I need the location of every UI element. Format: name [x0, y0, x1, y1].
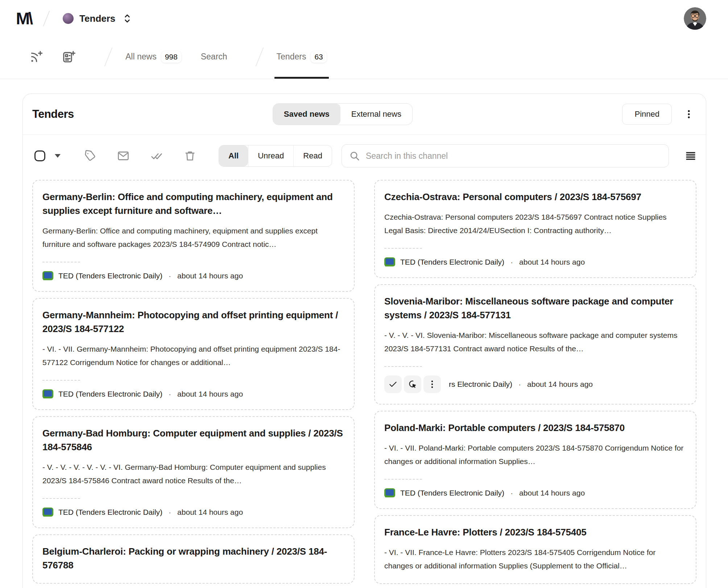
nav-tab-all-news[interactable]: All news998	[123, 35, 183, 79]
main-nav: All news998SearchTenders63	[0, 35, 728, 79]
search-input[interactable]	[366, 151, 661, 161]
card-divider	[384, 248, 422, 249]
view-toggle: Saved newsExternal news	[273, 103, 413, 125]
chevron-updown-icon	[123, 13, 132, 24]
nav-tab-count: 63	[311, 51, 326, 63]
trash-icon	[184, 150, 196, 162]
card-meta: TED (Tenders Electronic Daily)·about 14 …	[42, 389, 344, 398]
news-card[interactable]: Belgium-Charleroi: Packing or wrapping m…	[32, 534, 355, 584]
more-button[interactable]	[423, 376, 441, 393]
delete-button[interactable]	[184, 150, 196, 162]
meta-separator: ·	[169, 508, 171, 517]
timestamp: about 14 hours ago	[519, 489, 585, 497]
filter-all[interactable]: All	[219, 145, 248, 166]
select-dropdown-button[interactable]	[53, 152, 63, 160]
ted-source-icon	[42, 271, 53, 280]
app-logo[interactable]: M\	[16, 9, 32, 28]
timestamp: about 14 hours ago	[177, 508, 243, 517]
open-original-button[interactable]	[404, 376, 421, 393]
source-name[interactable]: TED (Tenders Electronic Daily)	[58, 390, 162, 398]
panel-title: Tenders	[32, 108, 74, 121]
view-toggle-saved-news[interactable]: Saved news	[273, 104, 340, 125]
nav-tab-label: All news	[125, 52, 157, 62]
double-check-icon	[150, 150, 163, 162]
meta-separator: ·	[518, 380, 521, 389]
card-snippet: Czechia-Ostrava: Personal computers 2023…	[384, 210, 686, 237]
news-card[interactable]: Slovenia-Maribor: Miscellaneous software…	[374, 284, 696, 405]
email-button[interactable]	[117, 150, 129, 162]
nav-tab-tenders[interactable]: Tenders63	[274, 35, 329, 79]
news-card[interactable]: Germany-Berlin: Office and computing mac…	[32, 180, 355, 292]
news-card[interactable]: Germany-Bad Homburg: Computer equipment …	[32, 416, 355, 528]
card-meta: TED (Tenders Electronic Daily)·about 14 …	[384, 257, 686, 266]
select-all-checkbox[interactable]	[34, 150, 45, 161]
view-toggle-external-news[interactable]: External news	[340, 104, 412, 125]
ted-source-icon	[42, 389, 53, 398]
kebab-icon	[684, 109, 694, 120]
ted-source-icon	[42, 508, 53, 517]
news-card[interactable]: Germany-Mannheim: Photocopying and offse…	[32, 298, 355, 410]
news-card[interactable]: France-Le Havre: Plotters / 2023/S 184-5…	[374, 515, 696, 584]
filter-unread[interactable]: Unread	[248, 145, 293, 166]
card-meta: TED (Tenders Electronic Daily)·about 14 …	[42, 271, 344, 280]
meta-separator: ·	[510, 258, 513, 266]
card-divider	[42, 380, 80, 381]
card-title[interactable]: Germany-Berlin: Office and computing mac…	[42, 190, 344, 218]
meta-separator: ·	[169, 272, 171, 280]
channel-search[interactable]	[342, 144, 669, 167]
check-icon	[388, 380, 398, 389]
kebab-icon	[428, 380, 437, 389]
list-view-button[interactable]	[685, 150, 696, 162]
nav-tabs: All news998SearchTenders63	[123, 35, 344, 79]
channel-panel: Tenders Saved newsExternal news Pinned	[22, 94, 706, 588]
list-view-icon	[685, 150, 696, 162]
search-icon	[349, 150, 360, 161]
add-feed-button[interactable]	[28, 49, 44, 65]
card-title[interactable]: Germany-Mannheim: Photocopying and offse…	[42, 308, 344, 336]
add-news-channel-button[interactable]	[61, 49, 77, 65]
mark-all-read-button[interactable]	[150, 150, 163, 162]
source-name[interactable]: rs Electronic Daily)	[449, 380, 512, 389]
panel-header: Tenders Saved newsExternal news Pinned	[23, 94, 706, 135]
card-hover-actions	[384, 376, 441, 393]
source-name[interactable]: TED (Tenders Electronic Daily)	[400, 258, 504, 266]
card-snippet: - V. - V. - VI. Slovenia-Maribor: Miscel…	[384, 328, 686, 355]
source-name[interactable]: TED (Tenders Electronic Daily)	[400, 489, 504, 497]
top-header: M\ Tenders	[0, 0, 728, 35]
header-more-button[interactable]	[681, 106, 696, 123]
filter-read[interactable]: Read	[293, 145, 332, 166]
card-title[interactable]: France-Le Havre: Plotters / 2023/S 184-5…	[384, 525, 686, 539]
card-snippet: - V. - V. - V. - V. - V. - VI. Germany-B…	[42, 460, 344, 487]
ted-source-icon	[384, 257, 395, 266]
source-name[interactable]: TED (Tenders Electronic Daily)	[58, 272, 162, 280]
pinned-button[interactable]: Pinned	[622, 104, 672, 125]
card-title[interactable]: Belgium-Charleroi: Packing or wrapping m…	[42, 544, 344, 572]
toolbar: AllUnreadRead	[23, 135, 706, 167]
mark-read-button[interactable]	[384, 376, 402, 393]
source-name[interactable]: TED (Tenders Electronic Daily)	[58, 508, 162, 517]
card-title[interactable]: Germany-Bad Homburg: Computer equipment …	[42, 426, 344, 454]
news-card[interactable]: Czechia-Ostrava: Personal computers / 20…	[374, 180, 696, 278]
news-card[interactable]: Poland-Marki: Portable computers / 2023/…	[374, 411, 696, 509]
nav-separator	[104, 47, 113, 66]
card-title[interactable]: Poland-Marki: Portable computers / 2023/…	[384, 421, 686, 435]
tag-icon	[84, 150, 96, 162]
card-title[interactable]: Czechia-Ostrava: Personal computers / 20…	[384, 190, 686, 204]
card-meta: TED (Tenders Electronic Daily)·about 14 …	[42, 508, 344, 517]
card-snippet: - VI. - VII. France-Le Havre: Plotters 2…	[384, 546, 686, 572]
envelope-icon	[117, 150, 129, 162]
news-card-grid: Germany-Berlin: Office and computing mac…	[23, 167, 706, 588]
card-title[interactable]: Slovenia-Maribor: Miscellaneous software…	[384, 294, 686, 322]
tag-button[interactable]	[84, 150, 96, 162]
card-snippet: Germany-Berlin: Office and computing mac…	[42, 224, 344, 251]
user-avatar[interactable]	[684, 7, 706, 30]
card-meta: rs Electronic Daily)·about 14 hours ago	[384, 376, 686, 393]
nav-tab-search[interactable]: Search	[199, 35, 229, 79]
meta-separator: ·	[510, 489, 513, 497]
channel-selector[interactable]: Tenders	[63, 13, 132, 24]
nav-separator	[255, 47, 264, 66]
channel-name: Tenders	[79, 13, 115, 24]
timestamp: about 14 hours ago	[527, 380, 593, 389]
channel-color-dot	[63, 13, 74, 24]
meta-separator: ·	[169, 390, 171, 398]
